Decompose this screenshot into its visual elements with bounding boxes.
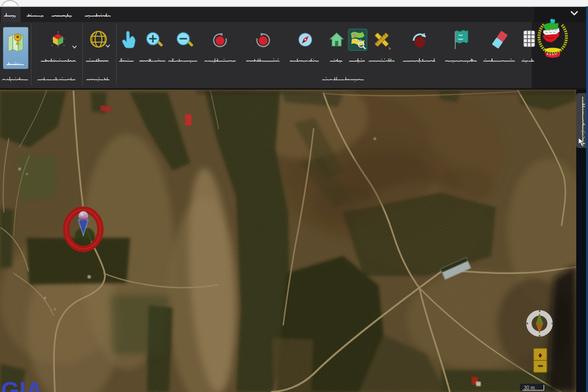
svg-text:GIA: GIA (1, 377, 43, 392)
